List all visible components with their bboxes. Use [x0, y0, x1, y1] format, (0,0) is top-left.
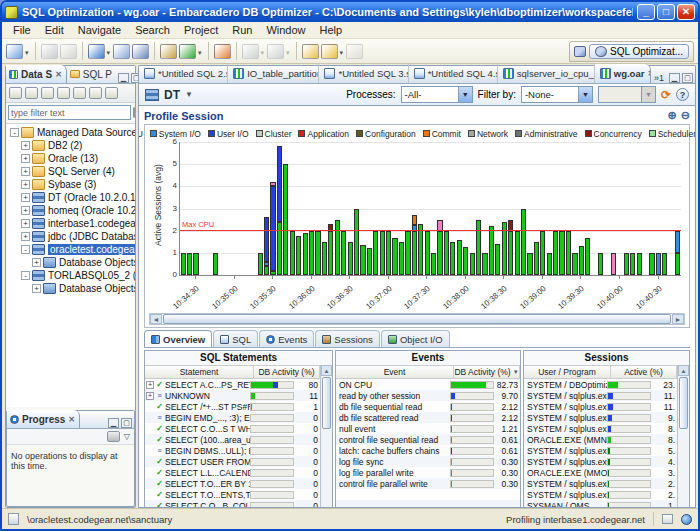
- table-row[interactable]: +✓SELECT T.O...ENTS,T.PC0: [145, 489, 320, 500]
- table-row[interactable]: +≡UNKNOWN11: [145, 390, 320, 401]
- back-icon[interactable]: [302, 44, 319, 59]
- bar-segment-on_cpu[interactable]: [315, 231, 320, 275]
- column-header[interactable]: Event: [336, 366, 454, 378]
- bar-segment-on_cpu[interactable]: [450, 242, 455, 275]
- column-header[interactable]: Active (%): [611, 366, 677, 378]
- bar-segment-system_io[interactable]: [264, 262, 269, 266]
- table-row[interactable]: null event1.21: [336, 423, 520, 434]
- table-row[interactable]: +≡BEGIN DBMS...ULL); END0: [145, 445, 320, 456]
- bar-segment-on_cpu[interactable]: [412, 231, 417, 275]
- tree-expander-icon[interactable]: -: [21, 271, 30, 280]
- row-expander-icon[interactable]: +: [146, 381, 154, 389]
- sql-editor-icon[interactable]: [113, 44, 130, 59]
- table-row[interactable]: SYSTEM / sqlplus.exe11.: [524, 401, 677, 412]
- editor-tab-wg-oar[interactable]: wg.oar✕: [595, 64, 651, 83]
- bar-segment-on_cpu[interactable]: [399, 242, 404, 275]
- clear-filter-icon[interactable]: [133, 107, 135, 118]
- filter-by-select[interactable]: -None-▼: [521, 86, 593, 103]
- tree-item[interactable]: +Database Objects: [6, 282, 135, 295]
- maximize-view-icon[interactable]: ▢: [682, 73, 693, 83]
- link-with-editor-icon[interactable]: [105, 87, 118, 99]
- table-row[interactable]: SYSTEM / sqlplus.exe9.: [524, 412, 677, 423]
- table-row[interactable]: ORACLE.EXE (MMNL)8.: [524, 434, 677, 445]
- bar-segment-on_cpu[interactable]: [598, 253, 603, 275]
- processes-select[interactable]: -All-▼: [401, 86, 473, 103]
- table-row[interactable]: SYSTEM / sqlplus.exe11.: [524, 390, 677, 401]
- progress-monitor-icon[interactable]: [662, 514, 673, 524]
- table-row[interactable]: [336, 489, 520, 500]
- table-row[interactable]: +✓SELECT T.O...ER BY 1,20: [145, 478, 320, 489]
- tree-expander-icon[interactable]: +: [32, 258, 41, 267]
- new-sql-project-icon[interactable]: [132, 44, 149, 59]
- new-wizard-icon[interactable]: [6, 44, 23, 59]
- tree-item[interactable]: +interbase1.codegear.net (S: [6, 217, 135, 230]
- discover-datasources-icon[interactable]: [25, 87, 38, 99]
- tree-expander-icon[interactable]: -: [10, 128, 19, 137]
- bar-segment-on_cpu[interactable]: [367, 248, 372, 275]
- bar-segment-on_cpu[interactable]: [540, 231, 545, 275]
- column-header[interactable]: DB Activity (%)▼: [454, 366, 520, 378]
- table-row[interactable]: SYSTEM / sqlplus.exe5.: [524, 445, 677, 456]
- tree-expander-icon[interactable]: +: [21, 193, 30, 202]
- table-row[interactable]: ORACLE.EXE (MMON)3.: [524, 467, 677, 478]
- bar-segment-on_cpu[interactable]: [322, 242, 327, 275]
- tab-overflow-chevron[interactable]: »1: [651, 73, 667, 83]
- new-profile-session-icon[interactable]: [88, 44, 105, 59]
- scroll-up-icon[interactable]: ▲: [678, 365, 689, 376]
- table-row[interactable]: SYSTEM / sqlplus.exe2.: [524, 478, 677, 489]
- bar-segment-on_cpu[interactable]: [335, 220, 340, 275]
- detail-tab-sql[interactable]: SQL: [213, 330, 258, 347]
- collapse-all-icon[interactable]: [89, 87, 102, 99]
- bar-segment-on_cpu[interactable]: [630, 253, 635, 275]
- menu-edit[interactable]: Edit: [38, 23, 71, 37]
- bar-segment-on_cpu[interactable]: [444, 231, 449, 275]
- column-header[interactable]: User / Program: [524, 366, 611, 378]
- forward-icon[interactable]: [321, 44, 338, 59]
- table-row[interactable]: +≡BEGIN EMD_..., :3); END0: [145, 412, 320, 423]
- close-icon[interactable]: ✕: [55, 70, 62, 79]
- chevron-down-icon[interactable]: ▼: [578, 87, 592, 102]
- sql-statements-vscrollbar[interactable]: ▲▼: [320, 365, 332, 508]
- bar-segment-on_cpu[interactable]: [566, 231, 571, 275]
- tree-expander-icon[interactable]: +: [21, 180, 30, 189]
- home-icon[interactable]: [41, 87, 54, 99]
- bar-segment-user_io[interactable]: [277, 146, 282, 221]
- scroll-right-icon[interactable]: ►: [672, 314, 684, 324]
- chevron-down-icon[interactable]: ▼: [185, 90, 193, 99]
- bar-segment-on_cpu[interactable]: [495, 244, 500, 275]
- forward-icon[interactable]: [73, 87, 86, 99]
- column-header[interactable]: Statement: [145, 366, 254, 378]
- bar-segment-on_cpu[interactable]: [476, 220, 481, 275]
- editor-tab-io-table-partitions-[interactable]: IO_table_partitions.: [228, 64, 319, 83]
- bar-segment-on_cpu[interactable]: [527, 253, 532, 275]
- launch-icon[interactable]: [214, 44, 231, 59]
- bar-segment-on_cpu[interactable]: [386, 231, 391, 275]
- bar-segment-system_io[interactable]: [656, 253, 661, 275]
- tree-expander-icon[interactable]: -: [21, 245, 30, 254]
- table-row[interactable]: SYSTEM / sqlplus.exe4.: [524, 456, 677, 467]
- bar-segment-other[interactable]: [611, 253, 616, 275]
- maximize-button[interactable]: □: [657, 4, 675, 20]
- refresh-icon[interactable]: ⟳: [661, 88, 671, 102]
- minimize-view-icon[interactable]: ▁: [118, 73, 129, 83]
- tree-item[interactable]: +SQL Server (4): [6, 165, 135, 178]
- bar-segment-on_cpu[interactable]: [405, 231, 410, 275]
- zoom-out-icon[interactable]: ⊖: [681, 109, 690, 122]
- menu-search[interactable]: Search: [128, 23, 177, 37]
- close-icon[interactable]: ✕: [68, 415, 75, 424]
- table-row[interactable]: +✓SELECT USER FROM DUAL0: [145, 456, 320, 467]
- editor-tab--untitled-sql-4-sql[interactable]: *Untitled SQL 4.sql: [409, 64, 498, 83]
- tree-item[interactable]: +homeq (Oracle 10.2.0.3): [6, 204, 135, 217]
- tree-item[interactable]: -oracletest.codegear.net (C: [6, 243, 135, 256]
- tree-expander-icon[interactable]: +: [21, 141, 30, 150]
- sql-optimization-perspective-button[interactable]: SQL Optimizat...: [589, 44, 689, 59]
- table-row[interactable]: db file sequential read2.12: [336, 401, 520, 412]
- bar-segment-on_cpu[interactable]: [309, 231, 314, 275]
- bar-segment-on_cpu[interactable]: [457, 240, 462, 275]
- table-row[interactable]: SYSTEM / DBOptimizer23.: [524, 379, 677, 390]
- table-row[interactable]: SYSTEM / sqlplus.exe8.: [524, 423, 677, 434]
- editor-tab--untitled-sql-3-sql[interactable]: *Untitled SQL 3.sql: [319, 64, 408, 83]
- bar-segment-on_cpu[interactable]: [572, 253, 577, 275]
- menu-window[interactable]: Window: [259, 23, 312, 37]
- bar-segment-on_cpu[interactable]: [553, 231, 558, 275]
